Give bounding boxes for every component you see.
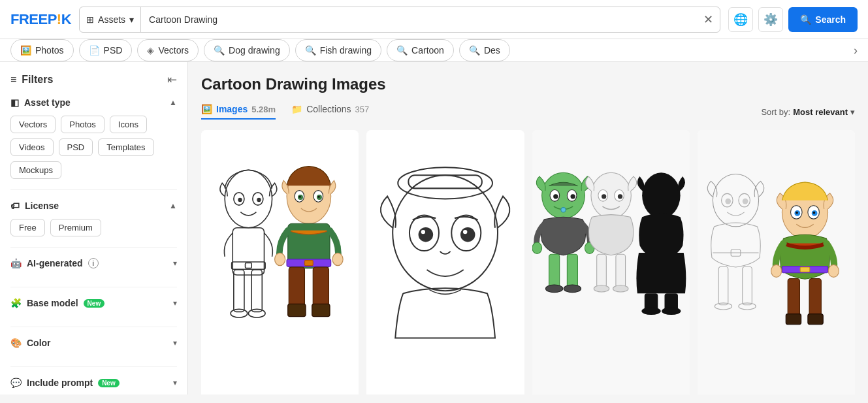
assets-chevron-icon: ▾ xyxy=(129,14,134,25)
des-search-icon: 🔍 xyxy=(469,45,480,56)
ai-generated-title: 🤖 AI-generated i xyxy=(10,258,99,268)
license-chips: Free Premium xyxy=(10,219,177,236)
image-card-3[interactable] xyxy=(532,130,690,395)
filters-label: Filters xyxy=(22,74,53,86)
svg-point-62 xyxy=(662,307,681,315)
search-input[interactable] xyxy=(141,14,697,25)
chip-icons[interactable]: Icons xyxy=(110,116,147,133)
settings-button[interactable]: ⚙️ xyxy=(758,7,783,32)
nav-pill-photos-label: Photos xyxy=(35,45,64,56)
svg-point-40 xyxy=(553,194,558,199)
svg-point-66 xyxy=(725,199,731,204)
svg-point-18 xyxy=(318,196,320,198)
include-prompt-section: 💬 Include prompt New ▾ xyxy=(10,378,177,395)
base-model-header[interactable]: 🧩 Base model New ▾ xyxy=(10,298,177,308)
nav-pill-cartoon[interactable]: 🔍 Cartoon xyxy=(387,39,454,61)
include-prompt-header[interactable]: 💬 Include prompt New ▾ xyxy=(10,378,177,388)
nav-pill-cartoon-label: Cartoon xyxy=(411,45,444,56)
image-card-1[interactable] xyxy=(201,130,359,395)
base-model-new-badge: New xyxy=(84,299,105,308)
svg-rect-70 xyxy=(742,266,752,304)
svg-point-34 xyxy=(460,227,475,242)
svg-point-87 xyxy=(828,265,839,277)
collections-count: 357 xyxy=(355,105,370,114)
clear-search-button[interactable]: ✕ xyxy=(697,12,720,27)
assets-label: Assets xyxy=(98,14,125,25)
tab-collections-label: Collections xyxy=(306,104,351,114)
base-model-title: 🧩 Base model New xyxy=(10,298,104,308)
image-grid xyxy=(201,130,855,395)
asset-type-section: ◧ Asset type ▲ Vectors Photos Icons Vide… xyxy=(10,97,177,190)
search-button[interactable]: 🔍 Search xyxy=(788,7,858,32)
ai-generated-icon: 🤖 xyxy=(10,258,22,268)
search-btn-icon: 🔍 xyxy=(800,14,811,25)
svg-point-35 xyxy=(421,230,425,234)
nav-pill-des[interactable]: 🔍 Des xyxy=(459,39,510,61)
chip-templates[interactable]: Templates xyxy=(98,138,153,156)
ai-generated-section: 🤖 AI-generated i ▾ xyxy=(10,258,177,287)
ai-info-icon[interactable]: i xyxy=(88,258,99,268)
asset-type-header[interactable]: ◧ Asset type ▲ xyxy=(10,97,177,108)
fish-drawing-search-icon: 🔍 xyxy=(305,45,316,56)
chip-mockups[interactable]: Mockups xyxy=(10,161,61,179)
svg-rect-43 xyxy=(549,254,559,287)
svg-point-78 xyxy=(796,212,798,214)
cartoon-search-icon: 🔍 xyxy=(396,45,408,56)
svg-point-61 xyxy=(641,307,660,315)
nav-pill-vectors-label: Vectors xyxy=(158,45,189,56)
image-card-2[interactable] xyxy=(366,130,524,395)
chip-photos[interactable]: Photos xyxy=(61,116,104,133)
svg-point-56 xyxy=(594,285,609,292)
include-prompt-chevron-icon: ▾ xyxy=(173,378,177,387)
svg-point-86 xyxy=(771,265,781,277)
svg-rect-54 xyxy=(596,254,606,287)
tab-collections[interactable]: 📁 Collections 357 xyxy=(291,104,369,120)
nav-pill-fish-drawing-label: Fish drawing xyxy=(320,45,372,56)
svg-point-53 xyxy=(617,194,622,199)
chip-vectors[interactable]: Vectors xyxy=(10,116,56,133)
svg-point-72 xyxy=(739,303,756,310)
ai-generated-header[interactable]: 🤖 AI-generated i ▾ xyxy=(10,258,177,268)
asset-type-chevron-icon: ▲ xyxy=(169,98,177,107)
sidebar: ≡ Filters ⇤ ◧ Asset type ▲ Vectors Photo… xyxy=(0,62,188,395)
sort-by[interactable]: Sort by: Most relevant ▾ xyxy=(761,107,855,117)
svg-point-4 xyxy=(257,198,261,202)
svg-point-45 xyxy=(545,285,562,293)
license-title: 🏷 License xyxy=(10,201,59,211)
sort-chevron-icon: ▾ xyxy=(850,107,855,117)
chip-free[interactable]: Free xyxy=(10,219,45,236)
svg-point-46 xyxy=(564,285,581,293)
logo[interactable]: FREEP!K xyxy=(10,11,71,28)
nav-pill-psd-label: PSD xyxy=(104,45,123,56)
svg-point-11 xyxy=(248,309,265,317)
chip-videos[interactable]: Videos xyxy=(10,138,54,156)
svg-point-3 xyxy=(238,198,242,202)
sort-by-label: Sort by: xyxy=(761,107,790,117)
svg-point-47 xyxy=(532,242,542,254)
asset-type-title: ◧ Asset type xyxy=(10,97,71,108)
sidebar-collapse-button[interactable]: ⇤ xyxy=(167,73,177,87)
svg-point-17 xyxy=(299,196,301,198)
nav-next-button[interactable]: › xyxy=(854,44,858,57)
base-model-section: 🧩 Base model New ▾ xyxy=(10,298,177,327)
nav-pill-psd[interactable]: 📄 PSD xyxy=(79,39,133,61)
search-bar: ⊞ Assets ▾ ✕ xyxy=(79,7,720,33)
tab-images[interactable]: 🖼️ Images 5.28m xyxy=(201,104,276,120)
color-header[interactable]: 🎨 Color ▾ xyxy=(10,338,177,348)
chip-psd[interactable]: PSD xyxy=(59,138,93,156)
image-card-4[interactable] xyxy=(698,130,855,395)
chip-premium[interactable]: Premium xyxy=(50,219,101,236)
svg-point-49 xyxy=(590,172,630,218)
license-header[interactable]: 🏷 License ▲ xyxy=(10,201,177,211)
filter-icon: ≡ xyxy=(10,74,16,86)
assets-dropdown[interactable]: ⊞ Assets ▾ xyxy=(80,7,141,32)
nav-pill-vectors[interactable]: ◈ Vectors xyxy=(137,39,199,61)
nav-pill-photos[interactable]: 🖼️ Photos xyxy=(10,39,74,61)
nav-pill-fish-drawing[interactable]: 🔍 Fish drawing xyxy=(295,39,381,61)
language-button[interactable]: 🌐 xyxy=(728,7,753,32)
svg-rect-84 xyxy=(786,314,801,325)
content-tabs-bar: 🖼️ Images 5.28m 📁 Collections 357 Sort b… xyxy=(201,104,855,120)
svg-rect-85 xyxy=(808,314,823,325)
asset-type-chips: Vectors Photos Icons Videos PSD Template… xyxy=(10,116,177,179)
nav-pill-dog-drawing[interactable]: 🔍 Dog drawing xyxy=(204,39,290,61)
